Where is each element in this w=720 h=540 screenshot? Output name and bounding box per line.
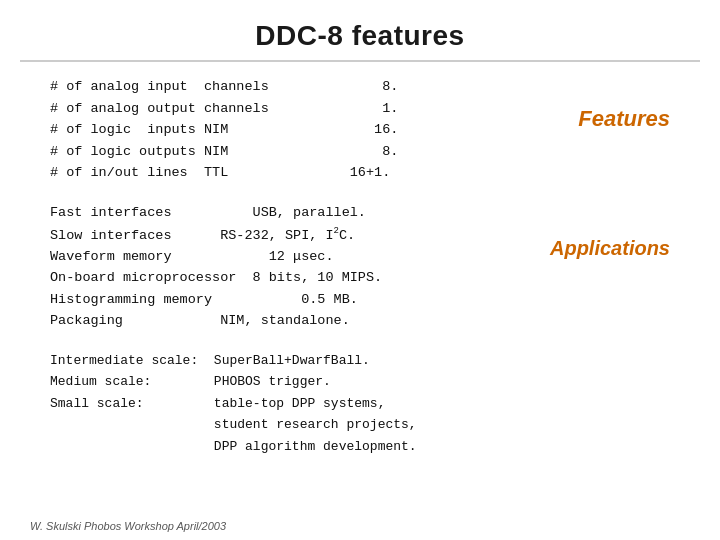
- spec-line-5: # of in/out lines TTL 16+1.: [50, 162, 560, 184]
- specs-block: # of analog input channels 8. # of analo…: [50, 76, 560, 184]
- app-line-5: DPP algorithm development.: [50, 436, 560, 457]
- iface-line-5: Histogramming memory 0.5 MB.: [50, 289, 560, 311]
- spec-line-1: # of analog input channels 8.: [50, 76, 560, 98]
- app-line-1: Intermediate scale: SuperBall+DwarfBall.: [50, 350, 560, 371]
- page-title: DDC-8 features: [20, 10, 700, 60]
- app-line-2: Medium scale: PHOBOS trigger.: [50, 371, 560, 392]
- footer-text: W. Skulski Phobos Workshop April/2003: [30, 520, 226, 532]
- spec-line-3: # of logic inputs NIM 16.: [50, 119, 560, 141]
- interfaces-block: Fast interfaces USB, parallel. Slow inte…: [50, 202, 560, 332]
- app-line-4: student research projects,: [50, 414, 560, 435]
- main-content: # of analog input channels 8. # of analo…: [50, 76, 560, 467]
- applications-label: Applications: [550, 237, 670, 260]
- spec-line-2: # of analog output channels 1.: [50, 98, 560, 120]
- features-label: Features: [578, 106, 670, 132]
- iface-line-6: Packaging NIM, standalone.: [50, 310, 560, 332]
- iface-line-4: On-board microprocessor 8 bits, 10 MIPS.: [50, 267, 560, 289]
- iface-line-2: Slow interfaces RS-232, SPI, I2C.: [50, 224, 560, 246]
- content-area: # of analog input channels 8. # of analo…: [20, 76, 700, 467]
- divider: [20, 60, 700, 62]
- app-line-3: Small scale: table-top DPP systems,: [50, 393, 560, 414]
- side-labels: Features Applications: [560, 76, 670, 467]
- spec-line-4: # of logic outputs NIM 8.: [50, 141, 560, 163]
- iface-line-1: Fast interfaces USB, parallel.: [50, 202, 560, 224]
- apps-block: Intermediate scale: SuperBall+DwarfBall.…: [50, 350, 560, 457]
- page: DDC-8 features # of analog input channel…: [0, 0, 720, 540]
- iface-line-3: Waveform memory 12 μsec.: [50, 246, 560, 268]
